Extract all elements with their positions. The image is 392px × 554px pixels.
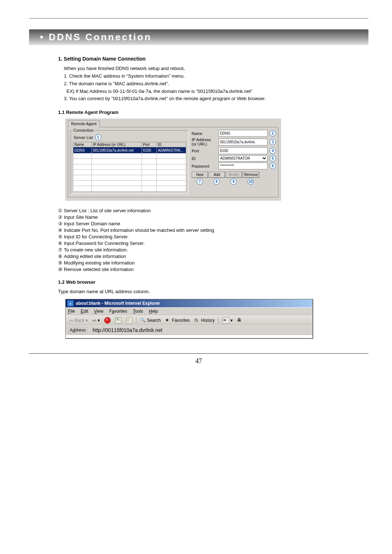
callout-5: 5 — [270, 155, 276, 161]
dropdown-icon: ▾ — [230, 318, 233, 323]
ie-toolbar: ⇦ Back ▾ ⇨ ▾ 🔍Search ★Favorites ◷History… — [66, 315, 313, 325]
col-id[interactable]: ID — [157, 142, 186, 147]
refresh-button[interactable] — [114, 316, 123, 324]
id-label: ID — [192, 156, 216, 161]
callout-9: 9 — [230, 178, 237, 185]
forward-arrow-icon: ⇨ — [92, 317, 97, 323]
separator — [218, 317, 219, 324]
cell-port: 6100 — [142, 147, 157, 153]
name-input[interactable] — [219, 130, 268, 137]
annot-6: Input Password for Connecting Server. — [64, 241, 145, 246]
page-title: DDNS Connection — [49, 32, 152, 42]
stop-button[interactable] — [103, 316, 112, 324]
address-label: Address — [68, 327, 87, 333]
ip-label: IP Address (or URL) — [192, 138, 216, 146]
ip-input[interactable] — [219, 139, 268, 145]
annot-7: To create new site information. — [64, 247, 128, 253]
table-row[interactable] — [73, 153, 186, 159]
num-5: ⑤ — [58, 234, 62, 239]
search-button[interactable]: 🔍Search — [139, 317, 162, 324]
connection-group: Connection Server List 1 Name IP Address… — [70, 130, 189, 194]
ie-menu-bar: File Edit View Favorites Tools Help — [66, 307, 313, 315]
table-row[interactable] — [73, 181, 186, 186]
forward-button[interactable]: ⇨ ▾ — [91, 317, 101, 324]
step-2: 2. The domain name is "MAC address.dvrli… — [64, 81, 341, 87]
menu-file[interactable]: File — [68, 309, 75, 314]
ie-address-bar: Address http://00115f010a7a.dvrlink.net — [66, 325, 313, 335]
port-label: Port — [192, 149, 216, 153]
col-ip[interactable]: IP Address (or URL) — [92, 142, 142, 147]
step-1: 1. Check the MAC address in “System Info… — [64, 73, 341, 80]
section-11-heading: 1.1 Remote Agent Program — [58, 110, 341, 115]
menu-favorites[interactable]: Favorites — [109, 309, 127, 314]
back-arrow-icon: ⇦ — [69, 317, 74, 323]
history-icon: ◷ — [194, 317, 200, 323]
history-button[interactable]: ◷History — [193, 317, 216, 324]
step-3: 3. You can connect by "00115f010a7a.dvrl… — [64, 95, 341, 102]
server-list-table[interactable]: Name IP Address (or URL) Port ID DDNS 00… — [73, 142, 186, 192]
ie-viewport — [66, 335, 313, 338]
step-2-example: EX) If Mac Address is 00-11-5f-01-0a-7a,… — [64, 88, 341, 95]
annot-9: Modifying existing site information — [64, 260, 135, 266]
section-12-heading: 1.2 Web browser — [58, 279, 341, 285]
intro-text: When you have finished DDNS network setu… — [64, 65, 341, 72]
num-10: ⑩ — [58, 267, 62, 272]
refresh-icon — [115, 317, 122, 324]
table-row[interactable] — [73, 159, 186, 164]
address-url[interactable]: http://00115f010a7a.dvrlink.net — [90, 327, 310, 334]
num-8: ⑧ — [58, 254, 62, 259]
ie-title-text: about:blank - Microsoft Internet Explore… — [76, 301, 160, 306]
server-list-label: Server List — [74, 135, 93, 140]
id-select[interactable]: ADMINISTRATOR — [219, 155, 268, 161]
remove-button[interactable]: Remove — [243, 172, 259, 178]
title-bullet: • — [40, 32, 49, 42]
separator — [136, 317, 136, 324]
dropdown-icon: ▾ — [98, 318, 100, 323]
stop-icon — [104, 317, 111, 324]
col-name[interactable]: Name — [73, 142, 92, 147]
connection-form: Name 2 IP Address (or URL) 3 Port 4 — [192, 129, 276, 194]
callout-3: 3 — [270, 139, 276, 145]
page-number: 47 — [29, 357, 368, 365]
table-row[interactable]: DDNS 00115f010a7a.dvrlink.net 6100 ADMIN… — [73, 147, 186, 153]
menu-help[interactable]: Help — [149, 309, 158, 314]
annot-2: Input Site Name — [64, 214, 98, 220]
table-row[interactable] — [73, 170, 186, 175]
section-1-heading: 1. Setting Domain Name Connection — [58, 56, 341, 62]
print-icon: 🖶 — [237, 317, 243, 323]
table-row[interactable] — [73, 175, 186, 181]
favorites-button[interactable]: ★Favorites — [164, 317, 191, 324]
num-1: ① — [58, 208, 62, 213]
print-button[interactable]: 🖶 — [236, 317, 244, 324]
remote-agent-tab[interactable]: Remote Agent — [68, 120, 100, 127]
annot-3: Input Server Domain name — [64, 221, 120, 226]
menu-edit[interactable]: Edit — [81, 309, 88, 314]
mail-button[interactable]: ▾ — [221, 316, 234, 324]
ie-title-bar: e about:blank - Microsoft Internet Explo… — [66, 299, 313, 307]
menu-tools[interactable]: Tools — [133, 309, 143, 314]
menu-view[interactable]: View — [94, 309, 103, 314]
callout-8: 8 — [213, 178, 220, 185]
cell-id: ADMINISTRA... — [157, 147, 186, 153]
col-port[interactable]: Port — [142, 142, 157, 147]
ie-icon: e — [67, 300, 74, 307]
mail-icon — [222, 317, 229, 324]
remote-agent-window: Remote Agent Connection Server List 1 Na… — [65, 119, 281, 201]
page-title-bar: • DDNS Connection — [29, 29, 368, 45]
password-input[interactable] — [219, 163, 268, 169]
home-button[interactable] — [124, 316, 134, 324]
add-button[interactable]: Add — [209, 172, 225, 178]
num-4: ④ — [58, 227, 62, 233]
annot-1: Server List : List of site server inform… — [64, 208, 151, 213]
back-button[interactable]: ⇦ Back ▾ — [68, 317, 89, 324]
table-row[interactable] — [73, 164, 186, 170]
new-button[interactable]: New — [192, 172, 208, 178]
table-row[interactable] — [73, 186, 186, 192]
callout-4: 4 — [270, 148, 276, 154]
port-input[interactable] — [219, 147, 268, 154]
bottom-rule — [29, 353, 368, 354]
dropdown-icon: ▾ — [86, 318, 88, 323]
modify-button[interactable]: Modify — [226, 172, 242, 178]
callout-7: 7 — [197, 178, 203, 185]
callout-1: 1 — [95, 134, 101, 140]
